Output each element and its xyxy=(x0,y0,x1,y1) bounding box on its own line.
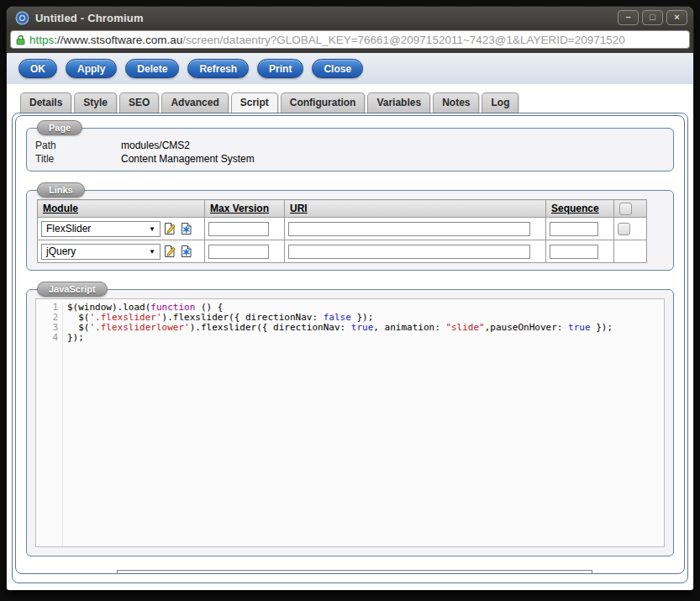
column-header-label: URI xyxy=(290,203,308,214)
call-on-load-input[interactable] xyxy=(117,570,592,574)
chromium-icon xyxy=(15,11,29,25)
link-row: FlexSlider▼ xyxy=(38,218,647,240)
browser-window: Untitled - Chromium –□× https://www.stso… xyxy=(7,7,693,590)
column-header-label: Sequence xyxy=(551,203,599,214)
new-link-icon[interactable] xyxy=(180,222,194,236)
tab-log[interactable]: Log xyxy=(482,92,518,113)
code-editor[interactable]: 1234 $(window).load(function () { $('.fl… xyxy=(35,298,665,547)
edit-link-icon[interactable] xyxy=(163,222,177,236)
close-button[interactable]: × xyxy=(666,10,687,25)
code-line: $('.flexsliderlower').flexslider({ direc… xyxy=(67,323,664,333)
call-on-load-row: Call On Load xyxy=(29,570,677,574)
tab-script[interactable]: Script xyxy=(231,92,278,113)
links-table: ModuleMax VersionURISequence FlexSlider▼… xyxy=(37,199,647,263)
minimize-button[interactable]: – xyxy=(618,10,639,25)
links-legend: Links xyxy=(37,182,85,198)
window-controls: –□× xyxy=(618,10,687,25)
tab-details[interactable]: Details xyxy=(20,92,71,113)
sequence-cell xyxy=(546,240,614,263)
column-header-label: Module xyxy=(43,203,78,214)
sequence-cell xyxy=(546,218,614,240)
column-header-module[interactable]: Module xyxy=(38,200,205,218)
row-checkbox[interactable] xyxy=(618,223,630,235)
new-link-icon[interactable] xyxy=(180,245,194,259)
column-header-uri[interactable]: URI xyxy=(285,200,546,218)
field-label: Path xyxy=(35,139,121,152)
field-row: Pathmodules/CMS2 xyxy=(35,139,665,152)
toolbar-button-refresh[interactable]: Refresh xyxy=(187,59,249,78)
column-header-label: Max Version xyxy=(210,203,269,214)
tab-style[interactable]: Style xyxy=(74,92,117,113)
javascript-fieldset: JavaScript 1234 $(window).load(function … xyxy=(26,289,674,556)
toolbar-button-apply[interactable]: Apply xyxy=(66,59,117,78)
code-lines: $(window).load(function () { $('.flexsli… xyxy=(63,303,664,546)
tab-variables[interactable]: Variables xyxy=(367,92,430,113)
url-bar[interactable]: https://www.stsoftware.com.au/screen/dat… xyxy=(10,30,690,49)
tab-strip: DetailsStyleSEOAdvancedScriptConfigurati… xyxy=(20,92,688,113)
uri-input[interactable] xyxy=(288,245,530,259)
code-token: "slide" xyxy=(445,322,484,333)
code-token: true xyxy=(351,322,374,333)
page-content: DetailsStyleSEOAdvancedScriptConfigurati… xyxy=(7,84,693,583)
tab-seo[interactable]: SEO xyxy=(119,92,159,113)
toolbar-button-ok[interactable]: OK xyxy=(18,59,57,78)
code-line: }); xyxy=(67,333,664,343)
url-scheme: https xyxy=(29,34,54,46)
code-token: }); xyxy=(591,322,613,333)
max-version-input[interactable] xyxy=(208,245,269,259)
link-row: jQuery▼ xyxy=(38,240,647,263)
module-select[interactable]: FlexSlider▼ xyxy=(41,221,161,237)
toolbar-button-close[interactable]: Close xyxy=(312,59,363,78)
tab-advanced[interactable]: Advanced xyxy=(161,92,228,113)
links-fieldset: Links ModuleMax VersionURISequence FlexS… xyxy=(26,190,674,271)
module-select-value: FlexSlider xyxy=(46,223,91,235)
code-token: , animation: xyxy=(373,322,445,333)
field-value: Content Management System xyxy=(121,152,255,166)
maximize-button[interactable]: □ xyxy=(642,10,663,25)
max-version-input[interactable] xyxy=(208,222,269,236)
javascript-legend: JavaScript xyxy=(37,282,108,297)
field-value: modules/CMS2 xyxy=(121,139,190,152)
call-on-load-label: Call On Load xyxy=(29,572,117,574)
tab-notes[interactable]: Notes xyxy=(433,92,479,113)
module-cell: jQuery▼ xyxy=(38,240,205,263)
chevron-down-icon: ▼ xyxy=(149,225,155,233)
code-token: }); xyxy=(67,332,84,343)
code-token: ).flexslider({ directionNav: xyxy=(190,322,351,333)
code-token: '.flexsliderlower' xyxy=(90,322,190,333)
row-select-cell xyxy=(614,218,647,240)
window-title: Untitled - Chromium xyxy=(35,12,618,24)
page-legend: Page xyxy=(37,120,82,135)
max-version-cell xyxy=(205,218,285,240)
tab-configuration[interactable]: Configuration xyxy=(281,92,366,113)
module-select-value: jQuery xyxy=(46,245,76,257)
toolbar-button-print[interactable]: Print xyxy=(257,59,303,78)
field-row: TitleContent Management System xyxy=(35,152,665,166)
window-titlebar[interactable]: Untitled - Chromium –□× xyxy=(7,7,693,29)
edit-link-icon[interactable] xyxy=(163,245,177,259)
module-cell: FlexSlider▼ xyxy=(38,218,205,240)
toolbar-button-delete[interactable]: Delete xyxy=(125,59,179,78)
module-select[interactable]: jQuery▼ xyxy=(41,244,161,260)
sequence-input[interactable] xyxy=(550,245,598,259)
uri-cell xyxy=(285,218,546,240)
field-label: Title xyxy=(35,152,121,166)
line-number-gutter: 1234 xyxy=(36,303,63,546)
column-header-max-version[interactable]: Max Version xyxy=(205,200,285,218)
sequence-input[interactable] xyxy=(550,222,598,236)
chevron-down-icon: ▼ xyxy=(149,248,155,256)
uri-cell xyxy=(285,240,546,263)
tab-panel: Page Pathmodules/CMS2TitleContent Manage… xyxy=(15,115,685,574)
padlock-icon xyxy=(16,34,25,45)
max-version-cell xyxy=(205,240,285,263)
select-all-checkbox[interactable] xyxy=(619,203,632,215)
tab-panel-outer: Page Pathmodules/CMS2TitleContent Manage… xyxy=(12,113,688,583)
column-header-sequence[interactable]: Sequence xyxy=(546,200,614,218)
page-fields: Pathmodules/CMS2TitleContent Management … xyxy=(35,139,665,166)
uri-input[interactable] xyxy=(288,222,530,236)
line-number: 4 xyxy=(36,333,58,343)
code-token: true xyxy=(568,322,591,333)
action-toolbar: OKApplyDeleteRefreshPrintClose xyxy=(7,53,693,84)
code-token: ,pauseOnHover: xyxy=(485,322,568,333)
page-fieldset: Page Pathmodules/CMS2TitleContent Manage… xyxy=(26,128,674,171)
